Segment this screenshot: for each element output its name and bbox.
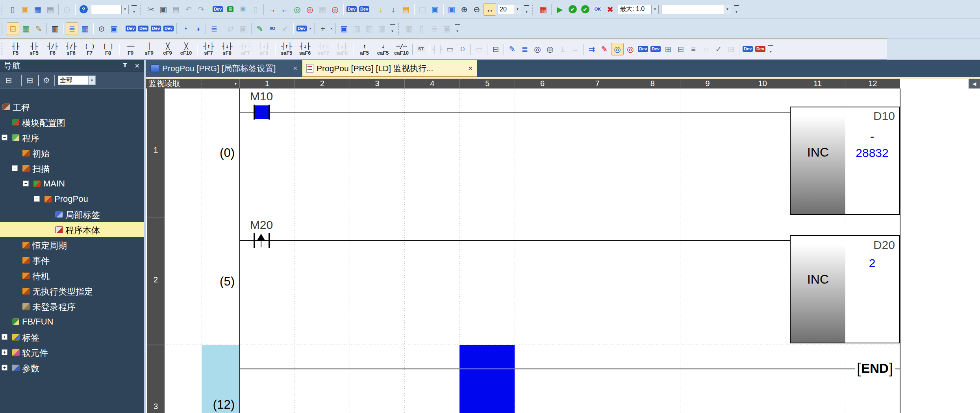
wrap-line-gray-icon[interactable]: ○ (700, 43, 712, 55)
window-gray-icon[interactable]: ▢ (417, 4, 428, 15)
toolbar-overflow-button[interactable]: ▾ (734, 5, 739, 14)
close-contact-tool[interactable]: ┤/├F6 (43, 40, 62, 58)
pulse-not-open-branch-tool[interactable]: ┤↑├saF7 (314, 40, 333, 58)
cross-reference-icon[interactable]: ⇉ (586, 43, 598, 55)
device-edit-red-icon[interactable]: ✎ (598, 43, 610, 55)
tree-item-no-exec-type[interactable]: 无执行类型指定 (0, 283, 144, 299)
delete-row-icon[interactable]: ⊟ (675, 43, 687, 55)
delete-horizontal-line-tool[interactable]: ╳cF9 (158, 40, 177, 58)
monitor-dropdown[interactable]: ▾ (202, 79, 239, 88)
edit-box-icon[interactable]: ✎ (254, 23, 266, 35)
tab-progpou-local-label[interactable]: ProgPou [PRG] [局部标签设置]✕ (146, 60, 302, 77)
write-to-plc-icon[interactable]: → (266, 4, 278, 15)
inline-contact-gray-icon[interactable]: ┤├ (432, 43, 443, 55)
tree-item-program-body[interactable]: 程序本体 (0, 222, 144, 237)
insert-row-icon[interactable]: ⊞ (662, 43, 674, 55)
history-icon[interactable]: ◴ (61, 4, 73, 15)
scroll-left-button[interactable]: ◀ (969, 79, 980, 88)
inline-st-gray-icon[interactable]: ▭ (473, 43, 485, 55)
simulation-run-icon[interactable]: ▶ (554, 4, 566, 15)
dropdown-arrow[interactable]: ▾ (15, 79, 20, 82)
fb-gray-icon[interactable]: ▣ (441, 23, 453, 35)
open-branch-tool[interactable]: ┤├sF5 (25, 40, 43, 58)
crosshair-find-icon[interactable]: + (317, 23, 329, 35)
tree-item-progpou[interactable]: −ProgPou (0, 191, 144, 206)
rising-pulse-tool[interactable]: ↑aF5 (355, 40, 374, 58)
undo-icon[interactable]: ↶ (183, 4, 195, 15)
scan-time-max-combo[interactable]: 最大: 1.0▼ (618, 5, 659, 14)
tab-progpou-ladder-monitor[interactable]: ProgPou [PRG] [LD] 监视执行...✕ (302, 60, 477, 77)
end-instruction[interactable]: END (855, 360, 895, 377)
transfer-gray-icon[interactable]: ⇄ (225, 23, 237, 35)
toolbar-overflow-button[interactable]: ▾ (390, 24, 395, 33)
print-icon[interactable]: ▤ (44, 4, 56, 15)
help-icon[interactable]: ? (78, 4, 89, 15)
tab-close-icon[interactable]: ✕ (293, 65, 298, 72)
navigation-window-icon[interactable]: ⊟ (7, 22, 19, 35)
dropdown-arrow[interactable]: ▾ (308, 27, 313, 30)
fb-call-icon[interactable]: ▭ (444, 43, 456, 55)
watch-register-icon[interactable]: ↓ (375, 4, 387, 15)
device-monitor-icon[interactable]: Dev (346, 4, 358, 15)
zoom-out-icon[interactable]: ⊖ (471, 4, 483, 15)
watch-window-1-icon[interactable]: ◔ (179, 23, 191, 35)
quick-access-combo[interactable]: ▼ (91, 5, 129, 14)
watch-start-icon[interactable]: ↓ (387, 4, 399, 15)
edit-pencil-icon[interactable]: ✎ (506, 43, 518, 55)
find-replace-icon[interactable]: ▣ (108, 23, 120, 35)
tree-collapse-icon[interactable]: ⊟ (24, 74, 36, 86)
pin-icon[interactable] (123, 63, 128, 68)
tree-item-fb-fun[interactable]: FB/FUN (0, 314, 144, 329)
tree-toggle[interactable]: − (2, 135, 7, 140)
find-circle-icon[interactable]: ◎ (532, 43, 543, 55)
st-inline-box-icon[interactable]: ST (415, 43, 427, 55)
memory-card-icon[interactable]: ▦ (403, 23, 415, 35)
tree-item-module-config[interactable]: 模块配置图 (0, 114, 144, 130)
tree-item-parameter[interactable]: +参数 (0, 360, 144, 375)
ladder-editor-icon[interactable]: ≣ (66, 22, 78, 35)
tree-toggle[interactable]: − (34, 196, 40, 202)
toolbar-overflow-button[interactable]: ▾ (524, 5, 529, 14)
tree-item-event[interactable]: 事件 (0, 253, 144, 268)
pulse-not-close-branch-tool[interactable]: ┤↓├saF8 (333, 40, 351, 58)
module-chip-icon[interactable]: ▥ (49, 23, 61, 35)
statement-edit-icon[interactable]: ≣ (519, 43, 531, 55)
pulse-close-contact-tool[interactable]: ┤↓├sF8 (218, 40, 236, 58)
module-diagnostics-icon[interactable]: ▦ (537, 4, 549, 15)
remote-operation-icon[interactable]: ◎ (304, 4, 316, 15)
pulse-open-branch-tool[interactable]: ┤↑├aF7 (236, 40, 255, 58)
pulse-open-contact-tool[interactable]: ┤↑├sF7 (199, 40, 218, 58)
buffer-monitor-icon[interactable]: ≣ (224, 4, 236, 15)
tree-item-device[interactable]: +软元件 (0, 345, 144, 360)
tree-item-program[interactable]: −程序 (0, 130, 144, 145)
io-check-icon[interactable]: I/O (267, 23, 278, 35)
find-doc-icon[interactable]: ◎ (544, 43, 556, 55)
device-batch-icon[interactable]: Dev (150, 23, 162, 35)
tree-item-standby[interactable]: 待机 (0, 268, 144, 283)
toolbar-overflow-button[interactable]: ▾ (455, 24, 460, 33)
falling-pulse-tool[interactable]: ↓caF5 (374, 40, 392, 58)
align-statement-icon[interactable]: ≡ (687, 43, 699, 55)
device-list-icon[interactable]: Dev (137, 23, 149, 35)
device-read-icon[interactable]: ◎ (329, 4, 341, 15)
tree-item-scan[interactable]: −扫描 (0, 160, 144, 176)
module-gray-icon[interactable]: ▯ (416, 23, 428, 35)
tree-item-initial[interactable]: 初始 (0, 145, 144, 160)
tree-filter-combo[interactable]: 全部▼ (58, 76, 96, 85)
zoom-level-combo[interactable]: 20▼ (498, 5, 521, 14)
dropdown-arrow[interactable]: ▾ (329, 27, 334, 30)
application-instruction-tool[interactable]: [ ]F8 (99, 40, 117, 58)
device-test-icon[interactable]: Dev (296, 23, 308, 35)
list-gray-icon[interactable]: ≣ (428, 23, 440, 35)
paste-icon[interactable]: ▤ (170, 4, 182, 15)
vertical-line-tool[interactable]: │sF9 (140, 40, 158, 58)
tree-filter-icon[interactable]: ⊟ (3, 74, 15, 86)
horizontal-line-tool[interactable]: ──F9 (121, 40, 140, 58)
error-jump-icon[interactable]: ✖ (604, 4, 616, 15)
zoom-in-icon[interactable]: ⊕ (458, 4, 470, 15)
instruction-block-inc-d10[interactable]: INC D10 - 28832 (790, 107, 900, 215)
coil-tool[interactable]: ( )F7 (80, 40, 99, 58)
tree-item-project[interactable]: 工程 (0, 99, 144, 114)
tree-toggle[interactable]: + (2, 349, 7, 355)
device-find-icon[interactable]: Dev (125, 23, 137, 35)
